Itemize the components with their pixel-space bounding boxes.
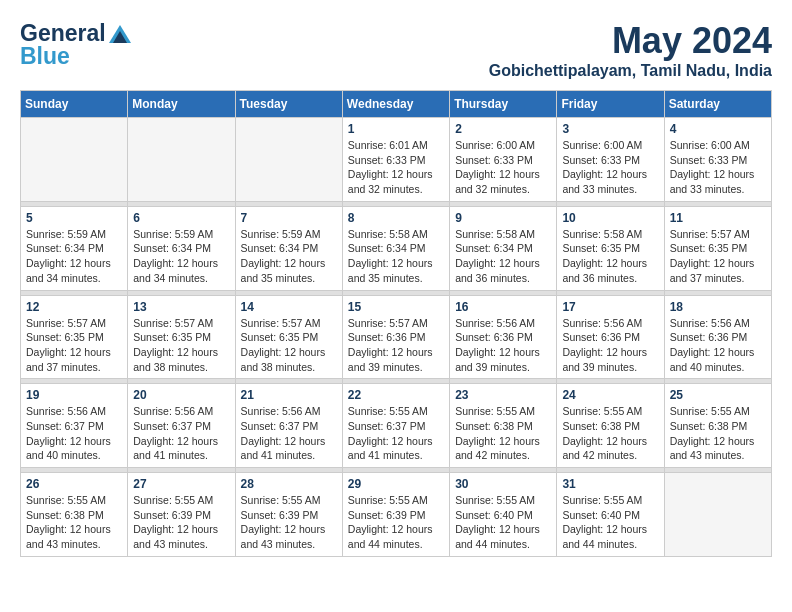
day-info: Sunrise: 5:57 AMSunset: 6:35 PMDaylight:…: [26, 316, 122, 375]
calendar-day-cell: 21Sunrise: 5:56 AMSunset: 6:37 PMDayligh…: [235, 384, 342, 468]
day-info: Sunrise: 5:56 AMSunset: 6:36 PMDaylight:…: [670, 316, 766, 375]
day-number: 25: [670, 388, 766, 402]
day-info: Sunrise: 6:00 AMSunset: 6:33 PMDaylight:…: [562, 138, 658, 197]
day-info: Sunrise: 5:58 AMSunset: 6:34 PMDaylight:…: [455, 227, 551, 286]
day-info: Sunrise: 5:55 AMSunset: 6:39 PMDaylight:…: [241, 493, 337, 552]
calendar-day-cell: 8Sunrise: 5:58 AMSunset: 6:34 PMDaylight…: [342, 206, 449, 290]
weekday-header: Friday: [557, 91, 664, 118]
calendar-day-cell: [128, 118, 235, 202]
day-info: Sunrise: 5:58 AMSunset: 6:34 PMDaylight:…: [348, 227, 444, 286]
day-number: 17: [562, 300, 658, 314]
day-number: 20: [133, 388, 229, 402]
day-info: Sunrise: 6:00 AMSunset: 6:33 PMDaylight:…: [455, 138, 551, 197]
calendar-day-cell: 12Sunrise: 5:57 AMSunset: 6:35 PMDayligh…: [21, 295, 128, 379]
calendar-day-cell: 6Sunrise: 5:59 AMSunset: 6:34 PMDaylight…: [128, 206, 235, 290]
day-number: 23: [455, 388, 551, 402]
day-number: 7: [241, 211, 337, 225]
calendar-day-cell: 10Sunrise: 5:58 AMSunset: 6:35 PMDayligh…: [557, 206, 664, 290]
weekday-header: Tuesday: [235, 91, 342, 118]
day-info: Sunrise: 6:01 AMSunset: 6:33 PMDaylight:…: [348, 138, 444, 197]
title-block: May 2024 Gobichettipalayam, Tamil Nadu, …: [489, 20, 772, 80]
logo-icon: [109, 25, 131, 43]
logo-blue: Blue: [20, 43, 70, 70]
day-info: Sunrise: 5:59 AMSunset: 6:34 PMDaylight:…: [26, 227, 122, 286]
calendar-day-cell: 4Sunrise: 6:00 AMSunset: 6:33 PMDaylight…: [664, 118, 771, 202]
day-info: Sunrise: 5:55 AMSunset: 6:39 PMDaylight:…: [133, 493, 229, 552]
day-number: 22: [348, 388, 444, 402]
calendar-day-cell: 22Sunrise: 5:55 AMSunset: 6:37 PMDayligh…: [342, 384, 449, 468]
calendar-day-cell: 9Sunrise: 5:58 AMSunset: 6:34 PMDaylight…: [450, 206, 557, 290]
day-number: 4: [670, 122, 766, 136]
day-number: 28: [241, 477, 337, 491]
day-number: 5: [26, 211, 122, 225]
day-number: 30: [455, 477, 551, 491]
day-info: Sunrise: 5:56 AMSunset: 6:37 PMDaylight:…: [241, 404, 337, 463]
day-info: Sunrise: 6:00 AMSunset: 6:33 PMDaylight:…: [670, 138, 766, 197]
calendar-week-row: 12Sunrise: 5:57 AMSunset: 6:35 PMDayligh…: [21, 295, 772, 379]
calendar-day-cell: 24Sunrise: 5:55 AMSunset: 6:38 PMDayligh…: [557, 384, 664, 468]
calendar-day-cell: 31Sunrise: 5:55 AMSunset: 6:40 PMDayligh…: [557, 473, 664, 557]
calendar-day-cell: 17Sunrise: 5:56 AMSunset: 6:36 PMDayligh…: [557, 295, 664, 379]
calendar-day-cell: 19Sunrise: 5:56 AMSunset: 6:37 PMDayligh…: [21, 384, 128, 468]
day-number: 10: [562, 211, 658, 225]
day-number: 31: [562, 477, 658, 491]
day-info: Sunrise: 5:55 AMSunset: 6:38 PMDaylight:…: [455, 404, 551, 463]
calendar-day-cell: 7Sunrise: 5:59 AMSunset: 6:34 PMDaylight…: [235, 206, 342, 290]
day-number: 9: [455, 211, 551, 225]
day-number: 29: [348, 477, 444, 491]
day-number: 11: [670, 211, 766, 225]
day-number: 26: [26, 477, 122, 491]
calendar-day-cell: 30Sunrise: 5:55 AMSunset: 6:40 PMDayligh…: [450, 473, 557, 557]
calendar-week-row: 19Sunrise: 5:56 AMSunset: 6:37 PMDayligh…: [21, 384, 772, 468]
day-info: Sunrise: 5:56 AMSunset: 6:36 PMDaylight:…: [455, 316, 551, 375]
day-info: Sunrise: 5:55 AMSunset: 6:37 PMDaylight:…: [348, 404, 444, 463]
day-info: Sunrise: 5:57 AMSunset: 6:35 PMDaylight:…: [670, 227, 766, 286]
day-number: 14: [241, 300, 337, 314]
day-info: Sunrise: 5:56 AMSunset: 6:36 PMDaylight:…: [562, 316, 658, 375]
calendar-day-cell: 11Sunrise: 5:57 AMSunset: 6:35 PMDayligh…: [664, 206, 771, 290]
day-info: Sunrise: 5:55 AMSunset: 6:38 PMDaylight:…: [670, 404, 766, 463]
day-number: 16: [455, 300, 551, 314]
calendar-day-cell: 18Sunrise: 5:56 AMSunset: 6:36 PMDayligh…: [664, 295, 771, 379]
day-number: 15: [348, 300, 444, 314]
day-number: 24: [562, 388, 658, 402]
weekday-header: Sunday: [21, 91, 128, 118]
calendar-day-cell: 13Sunrise: 5:57 AMSunset: 6:35 PMDayligh…: [128, 295, 235, 379]
day-info: Sunrise: 5:57 AMSunset: 6:35 PMDaylight:…: [133, 316, 229, 375]
weekday-header: Monday: [128, 91, 235, 118]
day-info: Sunrise: 5:56 AMSunset: 6:37 PMDaylight:…: [26, 404, 122, 463]
day-info: Sunrise: 5:55 AMSunset: 6:38 PMDaylight:…: [26, 493, 122, 552]
calendar-day-cell: [664, 473, 771, 557]
day-number: 3: [562, 122, 658, 136]
day-number: 21: [241, 388, 337, 402]
calendar-day-cell: 26Sunrise: 5:55 AMSunset: 6:38 PMDayligh…: [21, 473, 128, 557]
day-info: Sunrise: 5:55 AMSunset: 6:39 PMDaylight:…: [348, 493, 444, 552]
logo: General Blue: [20, 20, 131, 70]
day-info: Sunrise: 5:57 AMSunset: 6:35 PMDaylight:…: [241, 316, 337, 375]
calendar-week-row: 26Sunrise: 5:55 AMSunset: 6:38 PMDayligh…: [21, 473, 772, 557]
day-number: 6: [133, 211, 229, 225]
calendar-day-cell: 28Sunrise: 5:55 AMSunset: 6:39 PMDayligh…: [235, 473, 342, 557]
month-year-title: May 2024: [489, 20, 772, 62]
calendar-day-cell: 3Sunrise: 6:00 AMSunset: 6:33 PMDaylight…: [557, 118, 664, 202]
day-number: 13: [133, 300, 229, 314]
day-info: Sunrise: 5:55 AMSunset: 6:40 PMDaylight:…: [455, 493, 551, 552]
calendar-day-cell: 1Sunrise: 6:01 AMSunset: 6:33 PMDaylight…: [342, 118, 449, 202]
calendar-header-row: SundayMondayTuesdayWednesdayThursdayFrid…: [21, 91, 772, 118]
day-number: 8: [348, 211, 444, 225]
day-number: 2: [455, 122, 551, 136]
calendar-day-cell: [21, 118, 128, 202]
calendar-day-cell: 16Sunrise: 5:56 AMSunset: 6:36 PMDayligh…: [450, 295, 557, 379]
calendar-table: SundayMondayTuesdayWednesdayThursdayFrid…: [20, 90, 772, 557]
day-info: Sunrise: 5:58 AMSunset: 6:35 PMDaylight:…: [562, 227, 658, 286]
calendar-day-cell: 23Sunrise: 5:55 AMSunset: 6:38 PMDayligh…: [450, 384, 557, 468]
page-header: General Blue May 2024 Gobichettipalayam,…: [20, 20, 772, 80]
calendar-day-cell: 14Sunrise: 5:57 AMSunset: 6:35 PMDayligh…: [235, 295, 342, 379]
day-number: 18: [670, 300, 766, 314]
weekday-header: Wednesday: [342, 91, 449, 118]
day-number: 1: [348, 122, 444, 136]
day-number: 19: [26, 388, 122, 402]
day-number: 27: [133, 477, 229, 491]
calendar-week-row: 1Sunrise: 6:01 AMSunset: 6:33 PMDaylight…: [21, 118, 772, 202]
day-info: Sunrise: 5:55 AMSunset: 6:40 PMDaylight:…: [562, 493, 658, 552]
